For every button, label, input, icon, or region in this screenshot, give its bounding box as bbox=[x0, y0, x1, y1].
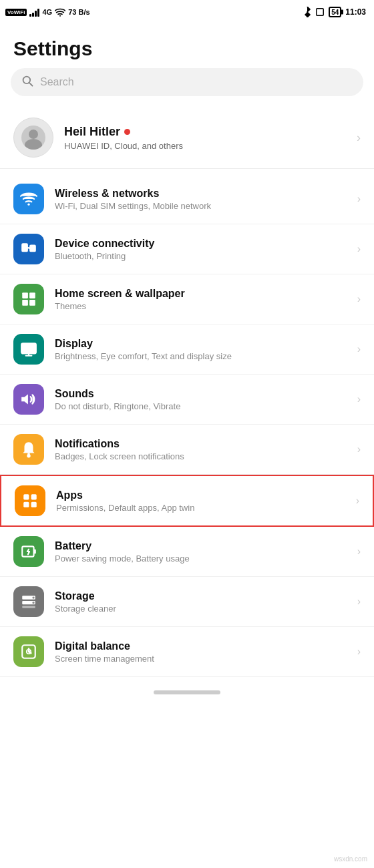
notifications-sub: Badges, Lock screen notifications bbox=[55, 451, 347, 461]
sounds-text: Sounds Do not disturb, Ringtone, Vibrate bbox=[55, 388, 347, 411]
svg-point-4 bbox=[27, 204, 29, 206]
storage-title: Storage bbox=[55, 590, 347, 602]
chevron-right-icon: › bbox=[357, 131, 361, 145]
sounds-sub: Do not disturb, Ringtone, Vibrate bbox=[55, 401, 347, 411]
search-placeholder: Search bbox=[40, 76, 74, 88]
svg-rect-22 bbox=[31, 502, 37, 507]
svg-rect-8 bbox=[22, 292, 28, 298]
storage-chevron: › bbox=[357, 596, 361, 608]
search-icon bbox=[21, 75, 33, 89]
display-icon-wrap bbox=[13, 334, 44, 365]
search-bar[interactable]: Search bbox=[11, 68, 363, 96]
digital-balance-icon-wrap bbox=[13, 636, 44, 667]
home-icon-wrap bbox=[13, 284, 44, 314]
settings-list: Wireless & networks Wi-Fi, Dual SIM sett… bbox=[0, 174, 374, 677]
svg-rect-1 bbox=[317, 9, 324, 16]
settings-item-device-connectivity[interactable]: Device connectivity Bluetooth, Printing … bbox=[0, 224, 374, 274]
wireless-icon-wrap bbox=[13, 184, 44, 214]
svg-rect-27 bbox=[22, 606, 35, 608]
battery-sub: Power saving mode, Battery usage bbox=[55, 554, 347, 564]
display-chevron: › bbox=[357, 343, 361, 355]
watermark: wsxdn.com bbox=[334, 855, 367, 863]
display-icon bbox=[20, 341, 37, 358]
home-pill[interactable] bbox=[154, 690, 220, 694]
notifications-icon-wrap bbox=[13, 434, 44, 465]
battery-title: Battery bbox=[55, 540, 347, 552]
battery-text: Battery Power saving mode, Battery usage bbox=[55, 540, 347, 564]
settings-item-home-screen[interactable]: Home screen & wallpaper Themes › bbox=[0, 274, 374, 324]
wifi-settings-icon bbox=[20, 190, 37, 208]
wireless-title: Wireless & networks bbox=[55, 188, 347, 200]
bluetooth-icon bbox=[303, 7, 311, 17]
battery-indicator: 54 bbox=[329, 7, 341, 17]
home-text: Home screen & wallpaper Themes bbox=[55, 288, 347, 311]
avatar-icon bbox=[21, 126, 45, 150]
svg-rect-5 bbox=[22, 244, 27, 251]
sounds-title: Sounds bbox=[55, 388, 347, 400]
apps-icon-wrap bbox=[15, 485, 45, 516]
settings-item-battery[interactable]: Battery Power saving mode, Battery usage… bbox=[0, 527, 374, 577]
display-text: Display Brightness, Eye comfort, Text an… bbox=[55, 338, 347, 361]
settings-item-storage[interactable]: Storage Storage cleaner › bbox=[0, 577, 374, 627]
device-text: Device connectivity Bluetooth, Printing bbox=[55, 238, 347, 261]
svg-rect-24 bbox=[34, 550, 36, 554]
svg-rect-20 bbox=[31, 494, 37, 499]
storage-icon-wrap bbox=[13, 586, 44, 617]
profile-name-row: Heil Hitler bbox=[64, 125, 346, 139]
device-connectivity-icon bbox=[20, 240, 37, 258]
svg-marker-16 bbox=[21, 394, 28, 404]
storage-icon bbox=[20, 593, 37, 610]
digital-balance-title: Digital balance bbox=[55, 640, 347, 652]
profile-name: Heil Hitler bbox=[64, 125, 120, 139]
status-bar: VoWiFi 4G 73 B/s 54 11:03 bbox=[0, 0, 374, 24]
digital-balance-chevron: › bbox=[357, 646, 361, 658]
sounds-icon bbox=[20, 391, 37, 408]
svg-rect-10 bbox=[22, 300, 28, 306]
svg-line-7 bbox=[27, 248, 30, 248]
storage-sub: Storage cleaner bbox=[55, 604, 347, 614]
svg-rect-9 bbox=[29, 292, 35, 298]
apps-text: Apps Permissions, Default apps, App twin bbox=[56, 489, 345, 513]
avatar bbox=[13, 118, 53, 158]
home-bar bbox=[0, 682, 374, 708]
settings-item-apps[interactable]: Apps Permissions, Default apps, App twin… bbox=[0, 475, 374, 527]
status-left: VoWiFi 4G 73 B/s bbox=[5, 7, 90, 17]
home-sub: Themes bbox=[55, 301, 347, 311]
status-right: 54 11:03 bbox=[303, 7, 366, 17]
battery-icon-wrap bbox=[13, 536, 44, 567]
apps-chevron: › bbox=[356, 495, 359, 507]
battery-chevron: › bbox=[357, 546, 361, 558]
settings-item-display[interactable]: Display Brightness, Eye comfort, Text an… bbox=[0, 324, 374, 375]
home-screen-icon bbox=[20, 290, 37, 308]
profile-row[interactable]: Heil Hitler HUAWEI ID, Cloud, and others… bbox=[0, 107, 374, 169]
page-title: Settings bbox=[0, 24, 374, 68]
svg-point-15 bbox=[27, 347, 31, 351]
wireless-sub: Wi-Fi, Dual SIM settings, Mobile network bbox=[55, 201, 347, 211]
sounds-icon-wrap bbox=[13, 384, 44, 415]
digital-balance-icon bbox=[20, 643, 37, 660]
svg-rect-18 bbox=[27, 453, 29, 455]
vowifi-indicator: VoWiFi bbox=[5, 9, 27, 16]
signal-bars bbox=[29, 7, 39, 17]
profile-info: Heil Hitler HUAWEI ID, Cloud, and others bbox=[64, 125, 346, 151]
svg-point-28 bbox=[32, 596, 34, 598]
network-speed: 73 B/s bbox=[68, 8, 89, 16]
device-chevron: › bbox=[357, 243, 361, 255]
svg-rect-19 bbox=[23, 494, 29, 499]
device-title: Device connectivity bbox=[55, 238, 347, 250]
display-sub: Brightness, Eye comfort, Text and displa… bbox=[55, 351, 347, 361]
wireless-chevron: › bbox=[357, 193, 361, 205]
apps-icon bbox=[21, 492, 39, 509]
notifications-chevron: › bbox=[357, 443, 361, 455]
svg-point-29 bbox=[32, 602, 34, 604]
apps-sub: Permissions, Default apps, App twin bbox=[56, 503, 345, 513]
settings-item-notifications[interactable]: Notifications Badges, Lock screen notifi… bbox=[0, 425, 374, 475]
settings-item-sounds[interactable]: Sounds Do not disturb, Ringtone, Vibrate… bbox=[0, 375, 374, 425]
wifi-icon bbox=[55, 7, 65, 17]
settings-item-wireless[interactable]: Wireless & networks Wi-Fi, Dual SIM sett… bbox=[0, 174, 374, 224]
time-display: 11:03 bbox=[345, 7, 366, 17]
device-sub: Bluetooth, Printing bbox=[55, 251, 347, 261]
battery-settings-icon bbox=[20, 543, 37, 560]
settings-item-digital-balance[interactable]: Digital balance Screen time management › bbox=[0, 627, 374, 677]
rotate-icon bbox=[315, 7, 325, 17]
